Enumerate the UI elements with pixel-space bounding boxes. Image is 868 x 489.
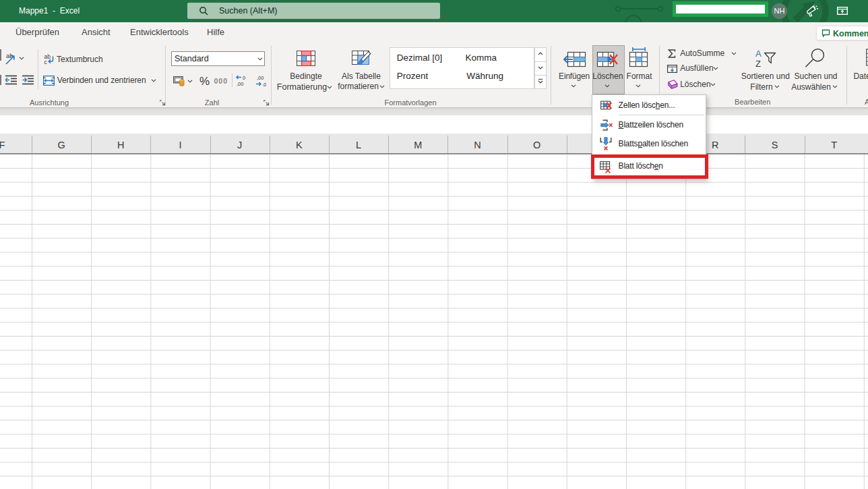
svg-text:Z: Z <box>755 59 761 67</box>
svg-text:A: A <box>755 49 762 59</box>
